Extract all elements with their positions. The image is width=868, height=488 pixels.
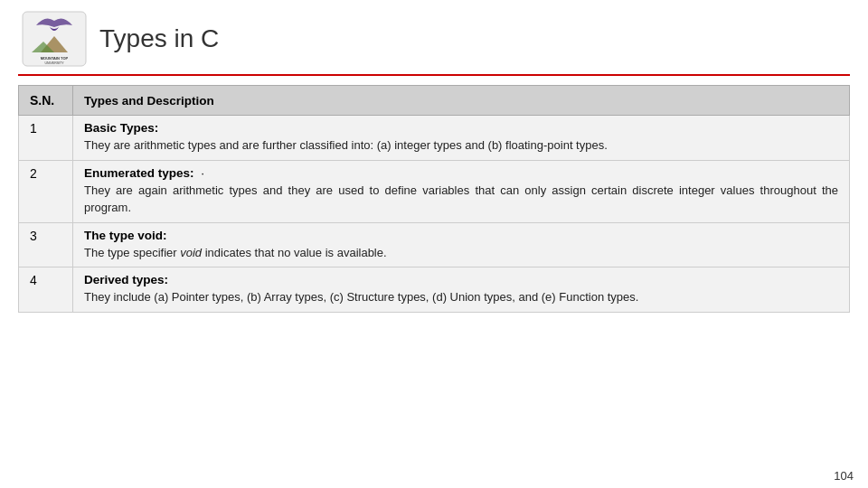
logo: MOUNTAIN TOP UNIVERSITY: [18, 7, 90, 70]
title-underline: [18, 74, 850, 76]
svg-text:UNIVERSITY: UNIVERSITY: [44, 61, 64, 65]
content: S.N. Types and Description 1 Basic Types…: [0, 85, 868, 313]
type-desc-suffix-3: indicates that no value is available.: [202, 246, 387, 259]
bullet-2: ·: [201, 166, 204, 180]
page-title: Types in C: [99, 24, 219, 53]
desc-4: Derived types: They include (a) Pointer …: [73, 267, 850, 313]
sn-3: 3: [19, 222, 73, 267]
type-desc-prefix-3: The type specifier: [84, 246, 180, 259]
type-name-4: Derived types:: [84, 273, 838, 286]
type-name-1: Basic Types:: [84, 121, 838, 135]
type-name-3: The type void:: [84, 229, 838, 242]
table-row: 1 Basic Types: They are arithmetic types…: [19, 116, 850, 161]
table-header-row: S.N. Types and Description: [19, 86, 850, 116]
type-desc-4: They include (a) Pointer types, (b) Arra…: [84, 288, 838, 306]
svg-text:MOUNTAIN TOP: MOUNTAIN TOP: [41, 56, 69, 61]
type-desc-1: They are arithmetic types and are furthe…: [84, 136, 838, 155]
header: MOUNTAIN TOP UNIVERSITY Types in C: [0, 0, 868, 74]
type-desc-3: The type specifier void indicates that n…: [84, 244, 838, 262]
page-number: 104: [834, 469, 854, 483]
sn-4: 4: [19, 267, 73, 313]
type-desc-code-3: void: [180, 246, 202, 259]
type-desc-2: They are again arithmetic types and they…: [84, 182, 838, 217]
sn-2: 2: [19, 160, 73, 222]
desc-1: Basic Types: They are arithmetic types a…: [73, 116, 850, 161]
table-row: 3 The type void: The type specifier void…: [19, 222, 850, 267]
header-desc: Types and Description: [73, 86, 850, 116]
type-name-label-2: Enumerated types:: [84, 166, 194, 180]
table-row: 2 Enumerated types: · They are again ari…: [19, 160, 850, 222]
type-name-2: Enumerated types: ·: [84, 166, 838, 180]
desc-3: The type void: The type specifier void i…: [73, 222, 850, 267]
header-sn: S.N.: [19, 86, 73, 116]
types-table: S.N. Types and Description 1 Basic Types…: [18, 85, 850, 313]
desc-2: Enumerated types: · They are again arith…: [73, 160, 850, 222]
sn-1: 1: [19, 116, 73, 161]
table-row: 4 Derived types: They include (a) Pointe…: [19, 267, 850, 313]
